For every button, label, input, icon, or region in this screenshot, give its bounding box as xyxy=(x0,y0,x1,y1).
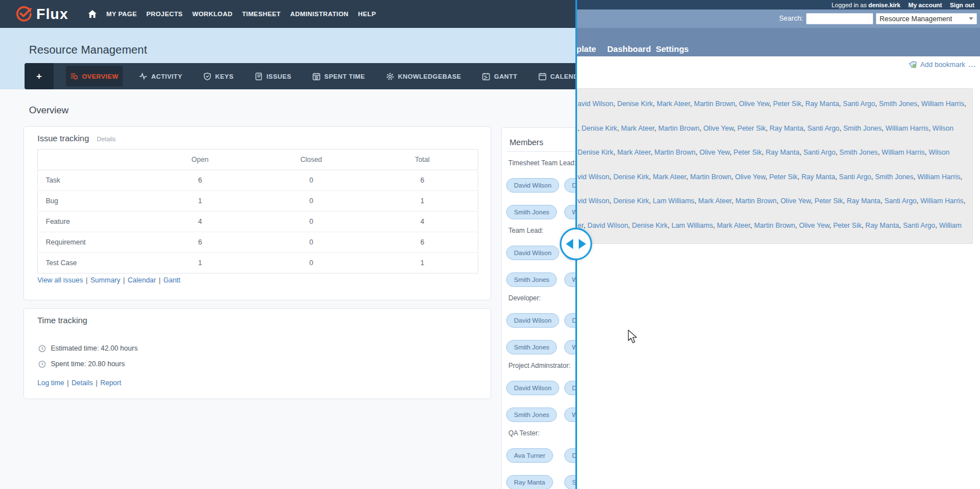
member-chip[interactable]: Ray Manta xyxy=(506,475,553,489)
member-name-link[interactable]: vid Wilson xyxy=(578,173,609,181)
member-name-link[interactable]: Olive Yew xyxy=(702,124,734,132)
member-name-link[interactable]: Peter Sik xyxy=(767,173,798,181)
member-chip[interactable]: Smith Jones xyxy=(506,205,557,219)
member-name-link[interactable]: Denise Kirk xyxy=(615,100,652,108)
total-count[interactable]: 1 xyxy=(367,253,478,274)
member-name-link[interactable]: William Harris xyxy=(919,197,964,205)
member-chip[interactable]: Smith Jones xyxy=(506,408,557,422)
member-chip[interactable]: David Wilson xyxy=(506,313,559,328)
tab-keys[interactable]: KEYS xyxy=(199,66,238,87)
member-chip[interactable]: David Wilson xyxy=(506,246,559,260)
member-chip[interactable]: De xyxy=(564,381,577,395)
member-chip[interactable]: Will xyxy=(564,340,577,354)
member-chip[interactable]: Davi xyxy=(564,448,577,463)
project-tab-dashboard[interactable]: Dashboard xyxy=(607,44,651,54)
closed-count[interactable]: 0 xyxy=(256,212,367,232)
link-gantt[interactable]: Gantt xyxy=(164,276,181,284)
open-count[interactable]: 1 xyxy=(145,253,256,274)
member-name-link[interactable]: Ray Manta xyxy=(768,124,804,132)
member-chip[interactable]: Sant xyxy=(564,475,577,489)
tab-overview[interactable]: OVERVIEW xyxy=(66,66,123,87)
issue-type[interactable]: Bug xyxy=(38,191,145,212)
member-name-link[interactable]: Denise Kirk xyxy=(578,148,613,156)
add-tab-button[interactable]: + xyxy=(25,63,54,89)
link-log-time[interactable]: Log time xyxy=(37,379,64,387)
member-chip[interactable]: Will xyxy=(564,272,577,287)
member-chip[interactable]: De xyxy=(564,313,577,328)
member-name-link[interactable]: Santi Argo xyxy=(801,148,835,156)
member-name-link[interactable]: avid Wilson xyxy=(578,100,613,108)
member-name-link[interactable]: Olive Yew xyxy=(698,148,730,156)
total-count[interactable]: 6 xyxy=(367,232,478,253)
member-name-link[interactable]: Peter Sik xyxy=(732,148,762,156)
member-name-link[interactable]: Martin Brown xyxy=(752,222,795,229)
issue-type[interactable]: Feature xyxy=(38,212,145,232)
project-tab-settings[interactable]: Settings xyxy=(656,44,689,54)
member-name-link[interactable]: Denise Kirk xyxy=(611,173,648,181)
member-name-link[interactable]: Ray Manta xyxy=(863,222,899,229)
member-chip[interactable]: David Wilson xyxy=(506,178,559,193)
project-jump-select[interactable]: Resource Management xyxy=(876,13,977,25)
home-icon[interactable] xyxy=(88,10,97,18)
link-report[interactable]: Report xyxy=(100,379,122,387)
member-name-link[interactable]: Mark Ateer xyxy=(619,124,654,132)
member-name-link[interactable]: Smith Jones xyxy=(877,100,917,108)
member-name-link[interactable]: William Harris xyxy=(880,148,925,156)
member-name-link[interactable]: Mark Ateer xyxy=(651,173,686,181)
member-name-link[interactable]: Martin Brown xyxy=(656,124,699,132)
member-chip[interactable]: Smith Jones xyxy=(506,272,557,287)
nav-item-help[interactable]: HELP xyxy=(358,11,376,17)
link-summary[interactable]: Summary xyxy=(90,276,120,284)
member-name-link[interactable]: Olive Yew xyxy=(797,222,829,229)
member-name-link[interactable]: Peter Sik xyxy=(831,222,861,229)
open-count[interactable]: 1 xyxy=(145,191,256,212)
link-view-all-issues[interactable]: View all issues xyxy=(37,276,83,284)
tab-calendar[interactable]: CALENDAR xyxy=(534,66,577,87)
member-name-link[interactable]: William Harris xyxy=(919,100,964,108)
member-name-link[interactable]: Ray Manta xyxy=(764,148,800,156)
flux-logo[interactable]: Flux xyxy=(16,6,68,23)
nav-item-timesheet[interactable]: TIMESHEET xyxy=(242,11,281,17)
tab-knowledgebase[interactable]: KNOWLEDGEBASE xyxy=(382,66,465,87)
member-name-link[interactable]: Santi Argo xyxy=(837,173,871,181)
comparison-slider-handle[interactable] xyxy=(560,228,592,260)
member-name-link[interactable]: Olive Yew xyxy=(733,173,766,181)
member-chip[interactable]: De xyxy=(564,178,577,193)
member-name-link[interactable]: Mark Ateer xyxy=(696,197,732,205)
member-name-link[interactable]: Smith Jones xyxy=(873,173,914,181)
closed-count[interactable]: 0 xyxy=(256,253,367,274)
member-name-link[interactable]: Smith Jones xyxy=(838,148,878,156)
member-chip[interactable]: Will xyxy=(564,408,577,422)
member-name-link[interactable]: Mark Ateer xyxy=(655,100,690,108)
member-name-link[interactable]: Peter Sik xyxy=(736,124,766,132)
member-name-link[interactable]: Ray Manta xyxy=(803,100,839,108)
member-name-link[interactable]: William xyxy=(937,222,962,229)
member-name-link[interactable]: Santi Argo xyxy=(841,100,875,108)
issue-type[interactable]: Task xyxy=(38,170,145,191)
member-name-link[interactable]: Martin Brown xyxy=(688,173,731,181)
member-chip[interactable]: Ava Turner xyxy=(506,448,553,463)
member-name-link[interactable]: Mark Ateer xyxy=(615,148,650,156)
member-name-link[interactable]: Denise Kirk xyxy=(630,222,667,229)
member-chip[interactable]: David Wilson xyxy=(506,381,559,395)
tab-activity[interactable]: ACTIVITY xyxy=(135,66,187,87)
closed-count[interactable]: 0 xyxy=(256,232,367,253)
closed-count[interactable]: 0 xyxy=(256,191,367,212)
closed-count[interactable]: 0 xyxy=(256,170,367,191)
nav-item-administration[interactable]: ADMINISTRATION xyxy=(290,11,348,17)
member-name-link[interactable]: Denise Kirk xyxy=(579,124,617,132)
member-name-link[interactable]: Santi Argo xyxy=(882,197,916,205)
sign-out-link[interactable]: Sign out xyxy=(950,2,974,8)
member-name-link[interactable]: David Wilson xyxy=(585,222,628,229)
tab-gantt[interactable]: GANTT xyxy=(478,66,522,87)
member-name-link[interactable]: Martin Brown xyxy=(692,100,735,108)
total-count[interactable]: 4 xyxy=(367,212,478,232)
member-name-link[interactable]: Olive Yew xyxy=(737,100,770,108)
member-name-link[interactable]: Lam Williams xyxy=(651,197,694,205)
member-chip[interactable]: Will xyxy=(564,205,577,219)
open-count[interactable]: 6 xyxy=(145,232,256,253)
member-name-link[interactable]: Lam Williams xyxy=(670,222,713,229)
total-count[interactable]: 1 xyxy=(367,191,478,212)
nav-item-workload[interactable]: WORKLOAD xyxy=(192,11,232,17)
search-input[interactable] xyxy=(806,13,873,25)
